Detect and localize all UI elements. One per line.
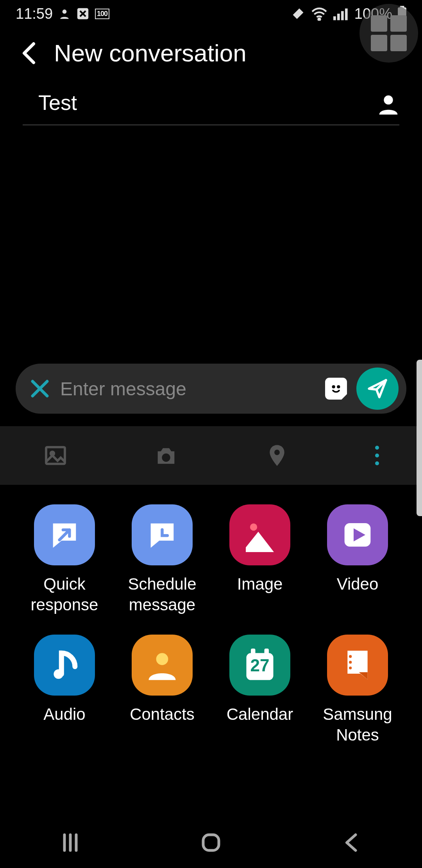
- svg-point-23: [349, 655, 352, 658]
- svg-rect-4: [337, 14, 340, 20]
- attach-contacts[interactable]: Contacts: [113, 635, 211, 745]
- svg-point-9: [384, 95, 393, 104]
- back-button[interactable]: [340, 831, 363, 854]
- status-bar: 11:59 100 100%: [0, 0, 422, 27]
- audio-label: Audio: [43, 704, 85, 725]
- floating-grid-widget[interactable]: [359, 4, 418, 63]
- svg-rect-12: [46, 447, 65, 464]
- add-contact-icon[interactable]: [377, 93, 399, 115]
- signal-icon: [333, 7, 349, 21]
- samsung-notes-label: Samsung Notes: [323, 704, 392, 745]
- send-button[interactable]: [356, 368, 399, 410]
- image-label: Image: [237, 574, 283, 595]
- svg-point-2: [318, 18, 320, 20]
- wifi-icon: [311, 7, 328, 21]
- vibrate-icon: [291, 7, 305, 21]
- svg-point-15: [274, 450, 280, 455]
- x-box-icon: [76, 7, 89, 20]
- system-nav-bar: [0, 817, 422, 868]
- video-label: Video: [337, 574, 379, 595]
- contacts-label: Contacts: [130, 704, 195, 725]
- app-header: New conversation: [0, 27, 422, 86]
- quick-response-label: Quick response: [31, 574, 98, 615]
- quick-response-icon: [34, 504, 95, 565]
- calendar-icon: 27: [229, 635, 290, 696]
- smiley-icon: [329, 381, 343, 396]
- svg-point-25: [349, 667, 352, 669]
- attach-quick-response[interactable]: Quick response: [16, 504, 113, 615]
- attach-schedule-message[interactable]: Schedule message: [113, 504, 211, 615]
- svg-point-24: [349, 661, 352, 664]
- recipient-row: [23, 86, 399, 125]
- attach-calendar[interactable]: 27Calendar: [211, 635, 309, 745]
- close-attachments-icon[interactable]: [29, 378, 51, 400]
- svg-point-10: [333, 386, 334, 387]
- svg-point-16: [250, 524, 257, 531]
- schedule-message-label: Schedule message: [128, 574, 196, 615]
- svg-point-11: [338, 386, 339, 387]
- recipient-input[interactable]: [38, 86, 377, 121]
- svg-rect-6: [345, 9, 348, 20]
- video-icon: [327, 504, 388, 565]
- status-left: 11:59 100: [16, 5, 109, 22]
- message-bar: [16, 364, 406, 414]
- svg-point-14: [162, 454, 170, 462]
- contacts-icon: [132, 635, 193, 696]
- status-time: 11:59: [16, 5, 53, 22]
- send-icon: [366, 377, 389, 400]
- attach-image[interactable]: Image: [211, 504, 309, 615]
- page-title: New conversation: [54, 39, 247, 67]
- svg-rect-26: [203, 835, 219, 850]
- sticker-button[interactable]: [325, 378, 347, 400]
- back-icon[interactable]: [20, 41, 38, 65]
- calendar-day: 27: [250, 656, 270, 675]
- calendar-label: Calendar: [227, 704, 293, 725]
- more-options-icon[interactable]: [375, 446, 379, 465]
- schedule-message-icon: [132, 504, 193, 565]
- home-button[interactable]: [199, 831, 223, 854]
- image-icon: [229, 504, 290, 565]
- person-icon: [58, 7, 71, 20]
- message-input[interactable]: [60, 378, 316, 400]
- attach-audio[interactable]: Audio: [16, 635, 113, 745]
- recents-button[interactable]: [59, 831, 82, 854]
- samsung-notes-icon: [327, 635, 388, 696]
- attachment-grid: Quick responseSchedule messageImageVideo…: [0, 493, 422, 745]
- battery-100-icon: 100: [95, 9, 109, 19]
- location-icon[interactable]: [265, 443, 290, 468]
- svg-point-19: [156, 653, 168, 665]
- svg-point-0: [63, 9, 67, 14]
- svg-rect-21: [251, 649, 256, 656]
- attachment-quick-row: [0, 426, 422, 485]
- svg-rect-5: [341, 11, 344, 20]
- audio-icon: [34, 635, 95, 696]
- camera-icon[interactable]: [154, 443, 179, 468]
- svg-rect-3: [333, 16, 336, 20]
- gallery-icon[interactable]: [43, 443, 68, 468]
- attach-video[interactable]: Video: [309, 504, 406, 615]
- attach-samsung-notes[interactable]: Samsung Notes: [309, 635, 406, 745]
- svg-rect-22: [265, 649, 269, 656]
- svg-point-18: [54, 669, 63, 679]
